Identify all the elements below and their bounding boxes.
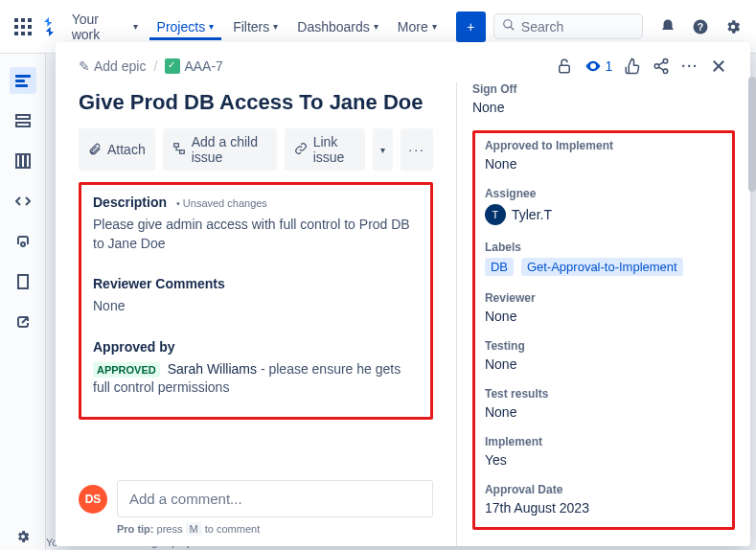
rail-shortcut-icon[interactable] <box>10 309 36 335</box>
watch-button[interactable]: 1 <box>584 57 613 75</box>
add-epic-label: Add epic <box>94 58 146 74</box>
issue-key-link[interactable]: AAA-7 <box>165 58 222 74</box>
reviewer-comments-value[interactable]: None <box>93 297 419 316</box>
app-switcher-icon[interactable] <box>11 15 34 38</box>
svg-rect-8 <box>28 32 32 35</box>
field-signoff[interactable]: Sign Off None <box>472 82 735 115</box>
add-child-button[interactable]: Add a child issue <box>163 128 277 171</box>
nav-filters-label: Filters <box>233 19 269 34</box>
field-implement[interactable]: Implement Yes <box>485 435 722 468</box>
svg-rect-18 <box>16 154 20 168</box>
nav-more-label: More <box>398 19 428 34</box>
notifications-icon[interactable] <box>656 15 679 38</box>
field-reviewer[interactable]: Reviewer None <box>485 291 722 324</box>
svg-rect-19 <box>21 154 25 168</box>
reviewer-value: None <box>485 309 722 324</box>
nav-your-work-label: Your work <box>72 11 129 42</box>
field-approved-to-implement[interactable]: Approved to Implement None <box>485 139 722 172</box>
signoff-label: Sign Off <box>472 82 735 96</box>
rail-releases-icon[interactable] <box>10 228 36 255</box>
approved-by-value[interactable]: APPROVED Sarah Williams - please ensure … <box>93 360 419 398</box>
help-icon[interactable]: ? <box>689 15 712 38</box>
chevron-down-icon: ▾ <box>133 21 138 32</box>
approver-name: Sarah Williams <box>168 361 257 377</box>
nav-more[interactable]: More▾ <box>390 13 445 40</box>
approved-badge: APPROVED <box>93 362 160 378</box>
issue-actions-more[interactable]: ··· <box>401 128 433 171</box>
svg-rect-23 <box>559 65 569 73</box>
label-get-approval[interactable]: Get-Approval-to-Implement <box>521 258 683 276</box>
approved-impl-label: Approved to Implement <box>485 139 722 152</box>
chevron-down-icon: ▾ <box>432 21 437 32</box>
field-test-results[interactable]: Test results None <box>485 387 722 420</box>
appdate-label: Approval Date <box>485 483 722 496</box>
issue-title[interactable]: Give Prod DB Access To Jane Doe <box>79 90 433 115</box>
attach-button[interactable]: Attach <box>79 128 155 171</box>
assignee-name: Tyler.T <box>512 207 552 222</box>
svg-point-26 <box>664 69 669 74</box>
like-icon[interactable] <box>624 57 641 75</box>
share-icon[interactable] <box>653 57 670 75</box>
create-button[interactable]: + <box>456 11 486 42</box>
svg-rect-13 <box>15 75 31 78</box>
lock-icon[interactable] <box>556 57 573 75</box>
svg-point-25 <box>655 64 660 69</box>
search-input[interactable]: Search <box>493 13 643 39</box>
testres-value: None <box>485 404 722 420</box>
nav-filters[interactable]: Filters▾ <box>225 13 286 40</box>
close-icon[interactable] <box>710 57 727 75</box>
more-actions-icon[interactable]: ··· <box>681 58 699 74</box>
svg-rect-14 <box>15 80 25 82</box>
rail-project-settings-icon[interactable] <box>10 523 36 550</box>
svg-rect-4 <box>21 25 25 29</box>
nav-projects[interactable]: Projects▾ <box>149 13 222 40</box>
svg-rect-15 <box>15 84 28 87</box>
link-icon <box>294 142 308 158</box>
jira-logo-icon[interactable] <box>37 15 59 38</box>
add-child-label: Add a child issue <box>192 134 267 165</box>
nav-your-work[interactable]: Your work▾ <box>64 6 146 48</box>
chevron-down-icon: ▾ <box>273 21 278 32</box>
rail-backlog-icon[interactable] <box>10 107 36 134</box>
unsaved-indicator: • Unsaved changes <box>176 197 267 209</box>
breadcrumb-separator: / <box>153 58 157 74</box>
chevron-down-icon: ▾ <box>209 21 214 32</box>
issue-key: AAA-7 <box>184 58 222 74</box>
settings-icon[interactable] <box>722 15 745 38</box>
nav-projects-label: Projects <box>157 19 206 34</box>
rail-roadmap-icon[interactable] <box>10 67 36 94</box>
svg-point-21 <box>21 242 25 246</box>
svg-rect-3 <box>14 25 18 29</box>
description-value[interactable]: Please give admin access with full contr… <box>93 216 419 253</box>
field-testing[interactable]: Testing None <box>485 339 722 372</box>
epic-plus-icon: ✎ <box>79 58 90 74</box>
field-assignee[interactable]: Assignee T Tyler.T <box>485 187 722 225</box>
field-approval-date[interactable]: Approval Date 17th August 2023 <box>485 483 722 516</box>
modal-header: ✎ Add epic / AAA-7 1 ··· <box>56 42 750 75</box>
description-label: Description • Unsaved changes <box>93 195 419 210</box>
svg-line-28 <box>659 67 664 70</box>
svg-rect-5 <box>28 25 32 29</box>
nav-dashboards[interactable]: Dashboards▾ <box>289 13 386 40</box>
add-epic-link[interactable]: ✎ Add epic <box>79 58 146 74</box>
rail-pages-icon[interactable] <box>10 268 36 295</box>
testing-value: None <box>485 356 722 372</box>
scrollbar-thumb[interactable] <box>748 77 756 192</box>
signoff-value: None <box>472 100 735 115</box>
field-labels[interactable]: Labels DB Get-Approval-to-Implement <box>485 241 722 276</box>
search-placeholder: Search <box>521 19 563 34</box>
svg-point-24 <box>664 59 669 64</box>
svg-rect-0 <box>14 18 18 22</box>
highlighted-side-fields: Approved to Implement None Assignee T Ty… <box>472 130 735 530</box>
svg-point-9 <box>504 20 512 28</box>
svg-rect-17 <box>16 123 30 126</box>
link-issue-button[interactable]: Link issue <box>285 128 366 171</box>
rail-code-icon[interactable] <box>10 188 36 215</box>
svg-line-10 <box>511 27 515 31</box>
svg-rect-1 <box>21 18 25 22</box>
comment-input[interactable]: Add a comment... <box>117 480 433 517</box>
rail-board-icon[interactable] <box>10 148 36 174</box>
link-dropdown-button[interactable]: ▾ <box>373 128 393 171</box>
svg-line-27 <box>659 62 664 65</box>
label-db[interactable]: DB <box>485 258 514 276</box>
